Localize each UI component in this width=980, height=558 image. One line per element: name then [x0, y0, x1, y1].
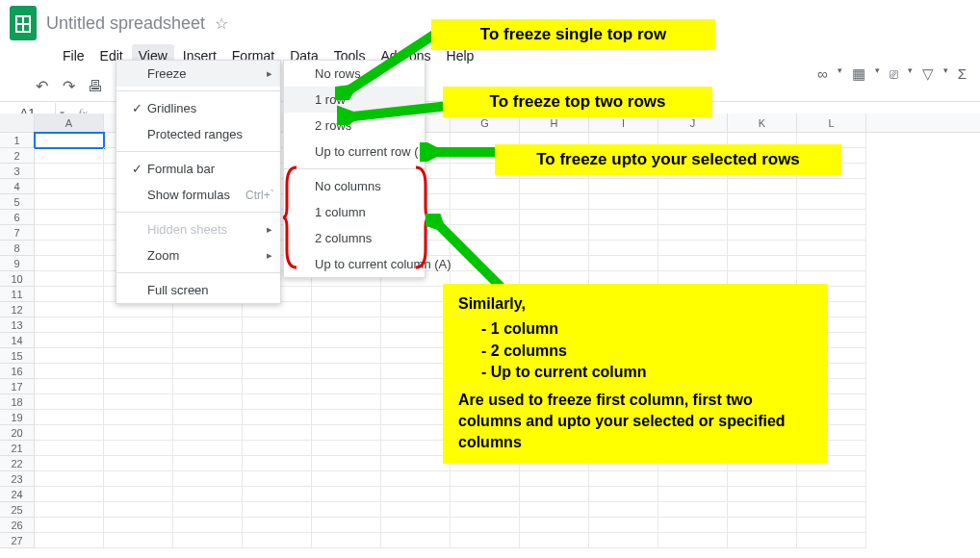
cell[interactable] [243, 317, 312, 333]
cell[interactable] [173, 487, 243, 502]
column-header-A[interactable]: A [35, 114, 104, 132]
cell[interactable] [797, 194, 866, 210]
view-menu-item-formula-bar[interactable]: ✓Formula bar [116, 156, 280, 182]
cell[interactable] [243, 456, 312, 471]
cell[interactable] [797, 179, 866, 194]
cell[interactable] [173, 456, 243, 471]
cell[interactable] [658, 471, 728, 487]
cell[interactable] [104, 533, 173, 548]
cell[interactable] [312, 379, 381, 394]
cell[interactable] [35, 287, 104, 302]
cell[interactable] [728, 179, 797, 194]
cell[interactable] [658, 194, 728, 210]
row-header-22[interactable]: 22 [0, 456, 35, 471]
row-header-13[interactable]: 13 [0, 317, 35, 333]
cell[interactable] [104, 456, 173, 471]
cell[interactable] [381, 441, 451, 456]
cell[interactable] [173, 410, 243, 425]
toolbar-right-icon-3[interactable]: ▽ [922, 65, 934, 83]
freeze-menu-item-up-to-current-row-1-[interactable]: Up to current row (1) [284, 139, 425, 165]
cell[interactable] [104, 302, 173, 317]
cell[interactable] [589, 502, 658, 518]
cell[interactable] [104, 487, 173, 502]
row-header-14[interactable]: 14 [0, 333, 35, 348]
row-header-10[interactable]: 10 [0, 271, 35, 287]
cell[interactable] [35, 379, 104, 394]
cell[interactable] [658, 487, 728, 502]
cell[interactable] [35, 518, 104, 533]
cell[interactable] [658, 225, 728, 241]
cell[interactable] [173, 317, 243, 333]
cell[interactable] [381, 425, 451, 441]
cell[interactable] [243, 441, 312, 456]
cell[interactable] [381, 410, 451, 425]
cell[interactable] [104, 364, 173, 379]
cell[interactable] [658, 179, 728, 194]
cell[interactable] [728, 194, 797, 210]
cell[interactable] [243, 487, 312, 502]
row-header-12[interactable]: 12 [0, 302, 35, 317]
cell[interactable] [173, 502, 243, 518]
cell[interactable] [381, 364, 451, 379]
cell[interactable] [312, 348, 381, 364]
cell[interactable] [658, 241, 728, 256]
cell[interactable] [381, 533, 451, 548]
cell[interactable] [35, 441, 104, 456]
cell[interactable] [520, 518, 589, 533]
cell[interactable] [104, 471, 173, 487]
row-header-5[interactable]: 5 [0, 194, 35, 210]
row-header-1[interactable]: 1 [0, 133, 35, 148]
cell[interactable] [520, 179, 589, 194]
cell[interactable] [312, 425, 381, 441]
freeze-menu-item-1-column[interactable]: 1 column [284, 199, 425, 225]
cell[interactable] [728, 241, 797, 256]
cell[interactable] [312, 487, 381, 502]
document-title[interactable]: Untitled spreadsheet [46, 13, 205, 34]
cell[interactable] [173, 518, 243, 533]
row-header-15[interactable]: 15 [0, 348, 35, 364]
cell[interactable] [35, 471, 104, 487]
cell[interactable] [728, 471, 797, 487]
cell[interactable] [35, 210, 104, 225]
cell[interactable] [728, 210, 797, 225]
row-header-11[interactable]: 11 [0, 287, 35, 302]
toolbar-right-icon-0[interactable]: ∞ [817, 65, 828, 83]
cell[interactable] [312, 533, 381, 548]
cell[interactable] [104, 410, 173, 425]
cell[interactable] [104, 333, 173, 348]
cell[interactable] [451, 471, 520, 487]
row-header-16[interactable]: 16 [0, 364, 35, 379]
row-header-9[interactable]: 9 [0, 256, 35, 271]
cell[interactable] [728, 502, 797, 518]
row-header-19[interactable]: 19 [0, 410, 35, 425]
cell[interactable] [243, 364, 312, 379]
cell[interactable] [520, 487, 589, 502]
cell[interactable] [35, 348, 104, 364]
row-header-18[interactable]: 18 [0, 394, 35, 410]
cell[interactable] [312, 394, 381, 410]
select-all-corner[interactable] [0, 114, 35, 132]
cell[interactable] [243, 533, 312, 548]
cell[interactable] [104, 502, 173, 518]
row-header-23[interactable]: 23 [0, 471, 35, 487]
cell[interactable] [658, 256, 728, 271]
cell[interactable] [35, 256, 104, 271]
star-icon[interactable]: ☆ [215, 14, 228, 33]
cell[interactable] [451, 194, 520, 210]
cell[interactable] [312, 518, 381, 533]
cell[interactable] [520, 194, 589, 210]
cell[interactable] [173, 333, 243, 348]
cell[interactable] [35, 533, 104, 548]
view-menu-item-freeze[interactable]: Freeze [116, 61, 280, 87]
row-header-8[interactable]: 8 [0, 241, 35, 256]
cell[interactable] [797, 210, 866, 225]
cell[interactable] [173, 471, 243, 487]
cell[interactable] [381, 348, 451, 364]
freeze-menu-item-up-to-current-column-a-[interactable]: Up to current column (A) [284, 251, 425, 277]
toolbar-right-caret-0[interactable]: ▾ [838, 65, 842, 83]
print-icon[interactable]: 🖶 [87, 78, 104, 95]
cell[interactable] [728, 518, 797, 533]
cell[interactable] [797, 502, 866, 518]
cell[interactable] [797, 241, 866, 256]
cell[interactable] [312, 441, 381, 456]
